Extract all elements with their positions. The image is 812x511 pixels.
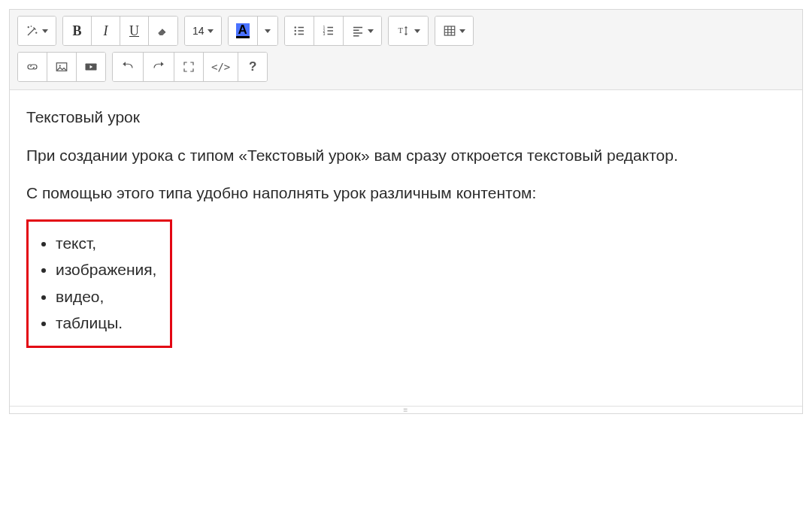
video-icon	[84, 60, 98, 74]
underline-icon: U	[129, 23, 139, 39]
toolbar-row-1: B I U 14 A	[17, 16, 795, 46]
grip-icon: ≡	[404, 407, 409, 414]
fullscreen-button[interactable]	[174, 53, 204, 81]
unordered-list-button[interactable]	[285, 17, 314, 45]
content-paragraph-1: При создании урока с типом «Текстовый ур…	[26, 144, 786, 168]
paragraph-align-button[interactable]	[344, 17, 381, 45]
list-item: изображения,	[56, 258, 156, 283]
svg-point-1	[294, 30, 295, 32]
table-group	[435, 16, 474, 46]
content-title: Текстовый урок	[26, 105, 786, 130]
underline-button[interactable]: U	[120, 17, 149, 45]
content-list: текст, изображения, видео, таблицы.	[36, 231, 156, 336]
misc-group: </> ?	[112, 52, 268, 82]
list-item: видео,	[56, 285, 156, 310]
ordered-list-button[interactable]: 123	[314, 17, 344, 45]
list-item: текст,	[56, 231, 156, 256]
video-button[interactable]	[77, 53, 105, 81]
font-size-value: 14	[192, 25, 205, 37]
fullscreen-icon	[182, 60, 195, 74]
eraser-icon	[156, 24, 170, 38]
undo-button[interactable]	[113, 53, 144, 81]
align-icon	[351, 24, 365, 38]
bullet-list-icon	[292, 24, 306, 38]
content-paragraph-2: С помощью этого типа удобно наполнять ур…	[26, 181, 786, 206]
toolbar-row-2: </> ?	[17, 52, 795, 82]
code-icon: </>	[211, 61, 230, 73]
svg-point-9	[59, 65, 61, 66]
lineheight-button[interactable]: T	[389, 17, 428, 45]
style-group	[17, 16, 56, 46]
bold-icon: B	[72, 23, 81, 39]
image-icon	[55, 60, 68, 74]
image-button[interactable]	[47, 53, 77, 81]
svg-text:3: 3	[323, 32, 325, 36]
italic-button[interactable]: I	[92, 17, 120, 45]
redo-icon	[151, 60, 166, 74]
resize-handle[interactable]: ≡	[10, 406, 802, 413]
svg-rect-7	[444, 26, 455, 35]
link-icon	[26, 60, 39, 74]
highlighted-list-box: текст, изображения, видео, таблицы.	[26, 219, 172, 348]
paragraph-group: 123	[284, 16, 382, 46]
editor-content[interactable]: Текстовый урок При создании урока с типо…	[10, 90, 802, 406]
editor-frame: B I U 14 A	[9, 9, 803, 414]
font-size-button[interactable]: 14	[185, 17, 221, 45]
codeview-button[interactable]: </>	[204, 53, 238, 81]
magic-wand-icon	[26, 24, 39, 38]
bold-button[interactable]: B	[63, 17, 92, 45]
font-color-group: A	[228, 16, 278, 46]
italic-icon: I	[104, 23, 108, 39]
lineheight-group: T	[388, 16, 429, 46]
svg-text:T: T	[398, 26, 403, 35]
svg-point-0	[294, 26, 295, 28]
font-size-group: 14	[184, 16, 222, 46]
link-button[interactable]	[18, 53, 47, 81]
help-icon: ?	[249, 59, 256, 74]
help-button[interactable]: ?	[238, 53, 267, 81]
text-format-group: B I U	[62, 16, 178, 46]
list-item: таблицы.	[56, 311, 156, 336]
font-color-dropdown[interactable]	[258, 17, 277, 45]
chevron-down-icon	[265, 29, 271, 33]
font-color-icon: A	[236, 23, 250, 38]
toolbar: B I U 14 A	[10, 10, 802, 90]
font-color-button[interactable]: A	[229, 17, 258, 45]
insert-group	[17, 52, 106, 82]
svg-point-2	[294, 33, 295, 35]
undo-icon	[120, 60, 135, 74]
numbered-list-icon: 123	[322, 24, 335, 38]
magic-wand-button[interactable]	[18, 17, 56, 45]
redo-button[interactable]	[144, 53, 174, 81]
table-icon	[443, 24, 456, 38]
clear-format-button[interactable]	[149, 17, 177, 45]
lineheight-icon: T	[396, 24, 411, 38]
table-button[interactable]	[435, 17, 473, 45]
